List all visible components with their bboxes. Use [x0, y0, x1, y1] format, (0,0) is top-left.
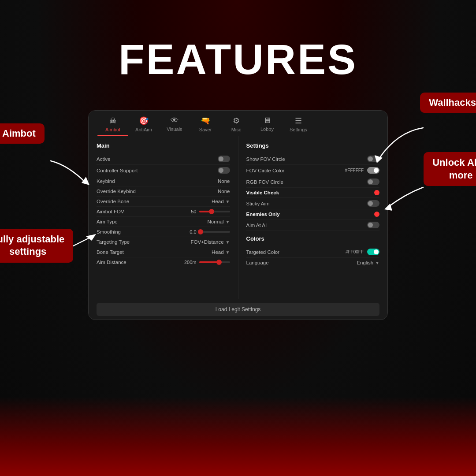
left-section-title: Main: [97, 142, 230, 149]
lobby-icon: 🖥: [263, 116, 271, 125]
panel-left: Main Active Controller Support Keybind N…: [89, 136, 238, 299]
slider-smoothing[interactable]: 0.0: [184, 229, 230, 234]
value-override-bone: Head: [212, 199, 224, 204]
arrow-wallhacks: [353, 123, 432, 167]
label-override-bone: Override Bone: [97, 199, 129, 204]
load-legit-settings-button[interactable]: Load Legit Settings: [97, 303, 379, 316]
misc-icon: ⚙: [233, 116, 240, 126]
badge-unlock: Unlock All &more: [424, 152, 476, 186]
tab-antiaim[interactable]: 🎯 AntiAim: [128, 113, 159, 136]
label-sticky-aim: Sticky Aim: [246, 201, 270, 206]
setting-active: Active: [97, 153, 230, 165]
label-aim-type: Aim Type: [97, 219, 118, 224]
tab-misc-label: Misc: [231, 127, 242, 132]
toggle-controller[interactable]: [218, 167, 230, 174]
svg-marker-3: [86, 234, 96, 241]
antiaim-icon: 🎯: [139, 116, 149, 126]
colors-section-title: Colors: [246, 235, 380, 242]
tab-aimbot-label: Aimbot: [105, 127, 120, 132]
dropdown-override-bone[interactable]: Head ▼: [212, 199, 230, 204]
tab-settings-label: Settings: [290, 127, 307, 132]
setting-keybind: Keybind None: [97, 176, 230, 186]
tab-aimbot[interactable]: ☠ Aimbot: [97, 113, 128, 136]
chevron-bone-target: ▼: [226, 250, 230, 255]
badge-wallhacks: Wallhacks: [420, 93, 476, 113]
toggle-fov-color[interactable]: [367, 167, 379, 174]
arrow-aimbot: [42, 152, 108, 192]
hex-fov-color: #FFFFFF: [345, 168, 364, 173]
visuals-icon: 👁: [171, 116, 178, 125]
setting-aim-ai: Aim At AI: [246, 219, 380, 231]
label-aim-ai: Aim At AI: [246, 223, 267, 228]
tab-misc[interactable]: ⚙ Misc: [221, 113, 252, 136]
tab-settings[interactable]: ☰ Settings: [283, 113, 314, 136]
svg-marker-1: [82, 177, 89, 185]
label-rgb-fov: RGB FOV Circle: [246, 179, 283, 185]
track-aim-distance: [199, 261, 230, 263]
setting-visible-check: Visible Check: [246, 188, 380, 198]
toggle-aim-ai[interactable]: [367, 222, 379, 228]
slider-fov[interactable]: 50: [184, 209, 230, 214]
game-panel: ☠ Aimbot 🎯 AntiAim 👁 Visuals 🔫 Saver ⚙: [88, 110, 388, 320]
setting-language: Language English ▼: [246, 258, 380, 268]
value-aim-type: Normal: [208, 219, 224, 224]
svg-marker-0: [375, 155, 383, 163]
dropdown-bone-target[interactable]: Head ▼: [212, 249, 230, 255]
value-aim-distance: 200m: [184, 260, 197, 265]
value-keybind: None: [218, 178, 230, 184]
tab-visuals-label: Visuals: [167, 126, 182, 132]
setting-bone-target: Bone Target Head ▼: [97, 247, 230, 257]
dropdown-aim-type[interactable]: Normal ▼: [208, 219, 230, 224]
badge-settings: Fully adjustablesettings: [0, 229, 73, 263]
setting-override-keybind: Override Keybind None: [97, 186, 230, 197]
setting-smoothing: Smoothing 0.0: [97, 227, 230, 237]
thumb-smoothing: [198, 229, 203, 234]
label-fov: Aimbot FOV: [97, 209, 124, 214]
toggle-active[interactable]: [218, 156, 230, 162]
value-override-keybind: None: [218, 189, 230, 194]
tab-visuals[interactable]: 👁 Visuals: [159, 113, 190, 136]
tab-saver-label: Saver: [199, 127, 212, 132]
color-display-targeted[interactable]: #FF00FF: [346, 249, 379, 255]
label-fov-color: FOV Circle Color: [246, 168, 285, 173]
badge-aimbot: Aimbot: [0, 123, 45, 144]
color-display-fov[interactable]: #FFFFFF: [345, 167, 379, 174]
setting-rgb-fov: RGB FOV Circle: [246, 176, 380, 188]
thumb-fov: [209, 209, 214, 214]
value-language: English: [357, 260, 373, 265]
value-targeting-type: FOV+Distance: [190, 239, 223, 245]
tab-bar: ☠ Aimbot 🎯 AntiAim 👁 Visuals 🔫 Saver ⚙: [89, 111, 387, 136]
setting-enemies-only: Enemies Only: [246, 209, 380, 219]
toggle-targeted-color[interactable]: [367, 249, 379, 255]
setting-targeted-color: Targeted Color #FF00FF: [246, 246, 380, 258]
value-fov: 50: [184, 209, 197, 214]
dropdown-language[interactable]: English ▼: [357, 260, 379, 265]
setting-fov: Aimbot FOV 50: [97, 207, 230, 217]
tab-antiaim-label: AntiAim: [135, 127, 152, 132]
page-container: FEATURES Aimbot Wallhacks Unlock All &mo…: [0, 0, 476, 476]
track-smoothing: [199, 231, 230, 233]
value-smoothing: 0.0: [184, 229, 197, 234]
chevron-targeting-type: ▼: [226, 240, 230, 245]
chevron-override-bone: ▼: [226, 199, 230, 204]
tab-saver[interactable]: 🔫 Saver: [190, 113, 221, 136]
value-bone-target: Head: [212, 249, 224, 255]
label-visible-check: Visible Check: [246, 190, 279, 195]
setting-aim-distance: Aim Distance 200m: [97, 257, 230, 267]
arrow-unlock: [375, 181, 432, 216]
setting-aim-type: Aim Type Normal ▼: [97, 217, 230, 227]
tab-lobby[interactable]: 🖥 Lobby: [252, 113, 283, 136]
setting-targeting-type: Targeting Type FOV+Distance ▼: [97, 237, 230, 247]
settings-icon: ☰: [295, 116, 302, 126]
chevron-aim-type: ▼: [226, 219, 230, 224]
dropdown-targeting-type[interactable]: FOV+Distance ▼: [190, 239, 230, 245]
hex-targeted-color: #FF00FF: [346, 249, 364, 254]
chevron-language: ▼: [375, 260, 379, 265]
track-fov: [199, 211, 230, 212]
slider-aim-distance[interactable]: 200m: [184, 260, 230, 265]
panel-content: Main Active Controller Support Keybind N…: [89, 136, 387, 299]
tab-lobby-label: Lobby: [260, 126, 274, 132]
aimbot-icon: ☠: [109, 116, 116, 126]
label-targeted-color: Targeted Color: [246, 249, 279, 255]
label-show-fov: Show FOV Circle: [246, 156, 285, 162]
